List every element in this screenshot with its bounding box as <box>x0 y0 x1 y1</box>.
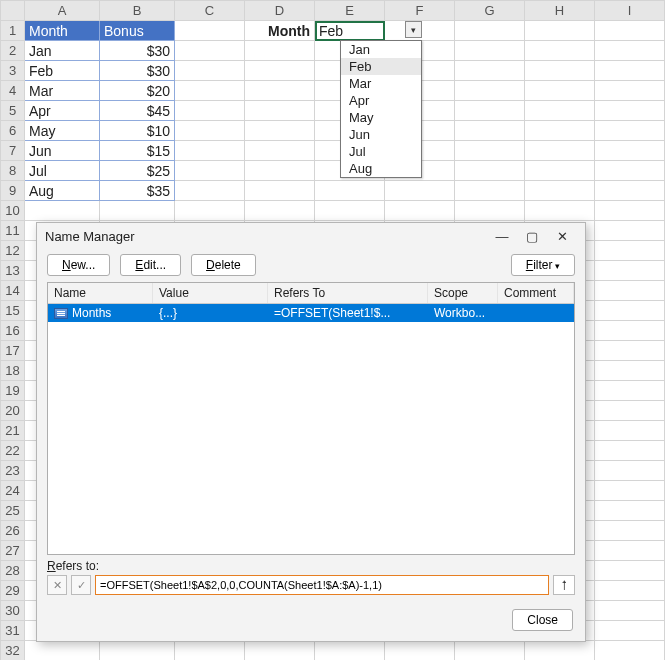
cell-C7[interactable] <box>175 141 245 161</box>
cell-G5[interactable] <box>455 101 525 121</box>
cell-D10[interactable] <box>245 201 315 221</box>
refers-cancel-button[interactable]: ✕ <box>47 575 67 595</box>
filter-button[interactable]: Filter <box>511 254 575 276</box>
cell-F32[interactable] <box>385 641 455 661</box>
row-header-9[interactable]: 9 <box>1 181 25 201</box>
cell-A2[interactable]: Jan <box>25 41 100 61</box>
col-header-comment[interactable]: Comment <box>498 283 574 303</box>
cell-A10[interactable] <box>25 201 100 221</box>
cell-I29[interactable] <box>595 581 665 601</box>
cell-G3[interactable] <box>455 61 525 81</box>
cell-I10[interactable] <box>595 201 665 221</box>
row-header-1[interactable]: 1 <box>1 21 25 41</box>
name-row[interactable]: Months {...} =OFFSET(Sheet1!$... Workbo.… <box>48 304 574 322</box>
cell-E32[interactable] <box>315 641 385 661</box>
row-header-28[interactable]: 28 <box>1 561 25 581</box>
cell-I21[interactable] <box>595 421 665 441</box>
cell-G32[interactable] <box>455 641 525 661</box>
cell-B8[interactable]: $25 <box>100 161 175 181</box>
cell-D32[interactable] <box>245 641 315 661</box>
cell-B7[interactable]: $15 <box>100 141 175 161</box>
col-header-E[interactable]: E <box>315 1 385 21</box>
cell-B2[interactable]: $30 <box>100 41 175 61</box>
cell-F10[interactable] <box>385 201 455 221</box>
dropdown-item[interactable]: Feb <box>341 58 421 75</box>
cell-B32[interactable] <box>100 641 175 661</box>
minimize-button[interactable]: — <box>487 229 517 244</box>
cell-I9[interactable] <box>595 181 665 201</box>
names-list-header[interactable]: Name Value Refers To Scope Comment <box>48 283 574 304</box>
cell-H5[interactable] <box>525 101 595 121</box>
cell-G1[interactable] <box>455 21 525 41</box>
cell-H32[interactable] <box>525 641 595 661</box>
cell-D8[interactable] <box>245 161 315 181</box>
cell-C4[interactable] <box>175 81 245 101</box>
cell-H6[interactable] <box>525 121 595 141</box>
cell-I14[interactable] <box>595 281 665 301</box>
cell-I3[interactable] <box>595 61 665 81</box>
cell-A5[interactable]: Apr <box>25 101 100 121</box>
names-list[interactable]: Name Value Refers To Scope Comment Month… <box>47 282 575 555</box>
row-header-4[interactable]: 4 <box>1 81 25 101</box>
cell-B4[interactable]: $20 <box>100 81 175 101</box>
row-header-22[interactable]: 22 <box>1 441 25 461</box>
cell-E10[interactable] <box>315 201 385 221</box>
dropdown-item[interactable]: Mar <box>341 75 421 92</box>
cell-I30[interactable] <box>595 601 665 621</box>
cell-D3[interactable] <box>245 61 315 81</box>
cell-C9[interactable] <box>175 181 245 201</box>
cell-B1[interactable]: Bonus <box>100 21 175 41</box>
cell-B9[interactable]: $35 <box>100 181 175 201</box>
row-header-2[interactable]: 2 <box>1 41 25 61</box>
row-header-7[interactable]: 7 <box>1 141 25 161</box>
cell-F9[interactable] <box>385 181 455 201</box>
cell-G10[interactable] <box>455 201 525 221</box>
cell-D9[interactable] <box>245 181 315 201</box>
col-header-B[interactable]: B <box>100 1 175 21</box>
cell-B5[interactable]: $45 <box>100 101 175 121</box>
cell-A6[interactable]: May <box>25 121 100 141</box>
dropdown-item[interactable]: Jul <box>341 143 421 160</box>
delete-button[interactable]: Delete <box>191 254 256 276</box>
close-button[interactable]: Close <box>512 609 573 631</box>
cell-G4[interactable] <box>455 81 525 101</box>
cell-A9[interactable]: Aug <box>25 181 100 201</box>
cell-D2[interactable] <box>245 41 315 61</box>
cell-D4[interactable] <box>245 81 315 101</box>
row-header-6[interactable]: 6 <box>1 121 25 141</box>
cell-I19[interactable] <box>595 381 665 401</box>
edit-button[interactable]: Edit... <box>120 254 181 276</box>
cell-E9[interactable] <box>315 181 385 201</box>
select-all-corner[interactable] <box>1 1 25 21</box>
cell-I18[interactable] <box>595 361 665 381</box>
row-header-21[interactable]: 21 <box>1 421 25 441</box>
data-validation-dropdown-button[interactable]: ▾ <box>405 21 422 38</box>
cell-A1[interactable]: Month <box>25 21 100 41</box>
cell-H2[interactable] <box>525 41 595 61</box>
cell-I25[interactable] <box>595 501 665 521</box>
cell-G2[interactable] <box>455 41 525 61</box>
cell-I27[interactable] <box>595 541 665 561</box>
row-header-16[interactable]: 16 <box>1 321 25 341</box>
cell-I8[interactable] <box>595 161 665 181</box>
cell-I23[interactable] <box>595 461 665 481</box>
cell-I17[interactable] <box>595 341 665 361</box>
close-x-button[interactable]: ✕ <box>547 229 577 244</box>
row-header-19[interactable]: 19 <box>1 381 25 401</box>
dropdown-item[interactable]: Jan <box>341 41 421 58</box>
row-header-17[interactable]: 17 <box>1 341 25 361</box>
row-header-25[interactable]: 25 <box>1 501 25 521</box>
data-validation-dropdown-list[interactable]: JanFebMarAprMayJunJulAug <box>340 40 422 178</box>
row-header-31[interactable]: 31 <box>1 621 25 641</box>
new-button[interactable]: New... <box>47 254 110 276</box>
col-header-refers[interactable]: Refers To <box>268 283 428 303</box>
row-header-18[interactable]: 18 <box>1 361 25 381</box>
cell-H10[interactable] <box>525 201 595 221</box>
cell-D7[interactable] <box>245 141 315 161</box>
col-header-D[interactable]: D <box>245 1 315 21</box>
row-header-29[interactable]: 29 <box>1 581 25 601</box>
col-header-G[interactable]: G <box>455 1 525 21</box>
col-header-H[interactable]: H <box>525 1 595 21</box>
col-header-value[interactable]: Value <box>153 283 268 303</box>
maximize-button[interactable]: ▢ <box>517 229 547 244</box>
